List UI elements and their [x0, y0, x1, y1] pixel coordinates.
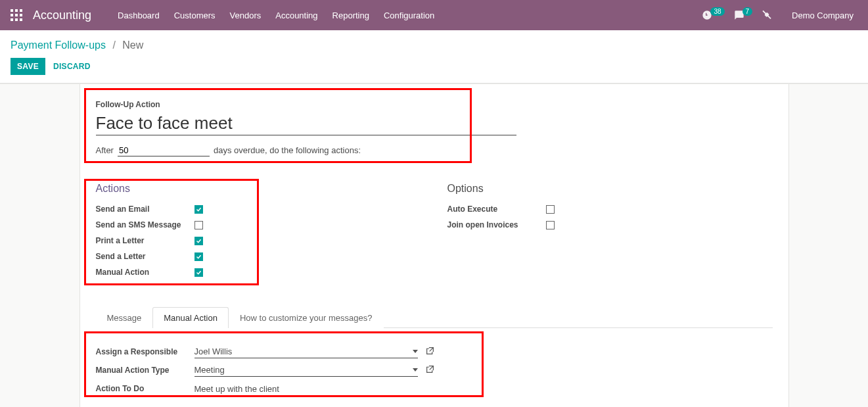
- after-suffix: days overdue, do the following actions:: [214, 145, 361, 155]
- main-menu: Dashboard Customers Vendors Accounting R…: [118, 11, 434, 20]
- menu-reporting[interactable]: Reporting: [332, 11, 369, 20]
- option-checkbox[interactable]: [546, 221, 555, 229]
- action-type-label: Manual Action Type: [96, 366, 194, 375]
- menu-configuration[interactable]: Configuration: [384, 11, 434, 20]
- action-label: Manual Action: [96, 268, 194, 277]
- discard-button[interactable]: Discard: [53, 62, 91, 71]
- tabs: Message Manual Action How to customize y…: [96, 306, 773, 328]
- activity-badge: 38: [710, 7, 724, 16]
- control-bar: Payment Follow-ups / New Save Discard: [0, 30, 868, 84]
- option-label: Auto Execute: [447, 204, 546, 214]
- breadcrumb-parent[interactable]: Payment Follow-ups: [11, 39, 106, 51]
- after-label: After: [96, 145, 114, 155]
- activity-icon[interactable]: 38: [702, 10, 724, 20]
- action-checkbox[interactable]: [194, 237, 203, 245]
- save-button[interactable]: Save: [11, 58, 45, 75]
- action-label: Print a Letter: [96, 236, 194, 245]
- action-type-input[interactable]: [194, 364, 409, 376]
- breadcrumb: Payment Follow-ups / New: [11, 39, 857, 51]
- app-brand[interactable]: Accounting: [33, 9, 91, 22]
- dropdown-caret-icon[interactable]: [413, 368, 418, 371]
- action-label: Send an SMS Message: [96, 220, 194, 229]
- todo-input[interactable]: [194, 383, 418, 395]
- action-checkbox[interactable]: [194, 221, 203, 229]
- debug-icon[interactable]: [762, 10, 772, 20]
- actions-title: Actions: [96, 183, 421, 195]
- tab-customize[interactable]: How to customize your messages?: [229, 307, 384, 328]
- menu-accounting[interactable]: Accounting: [275, 11, 317, 20]
- menu-customers[interactable]: Customers: [174, 11, 216, 20]
- form-sheet: Follow-Up Action After days overdue, do …: [80, 84, 789, 407]
- menu-dashboard[interactable]: Dashboard: [118, 11, 160, 20]
- apps-icon[interactable]: [5, 4, 28, 26]
- action-checkbox[interactable]: [194, 205, 203, 214]
- title-input[interactable]: [96, 113, 516, 133]
- title-label: Follow-Up Action: [96, 100, 773, 109]
- option-checkbox[interactable]: [546, 205, 555, 214]
- options-title: Options: [447, 183, 773, 195]
- company-selector[interactable]: Demo Company: [792, 11, 854, 20]
- messages-badge: 7: [742, 7, 753, 16]
- action-label: Send a Letter: [96, 252, 194, 261]
- todo-label: Action To Do: [96, 384, 194, 393]
- menu-vendors[interactable]: Vendors: [230, 11, 262, 20]
- action-checkbox[interactable]: [194, 268, 203, 277]
- option-label: Join open Invoices: [447, 220, 546, 229]
- responsible-input[interactable]: [194, 345, 409, 358]
- top-nav: Accounting Dashboard Customers Vendors A…: [0, 0, 868, 30]
- action-label: Send an Email: [96, 204, 194, 214]
- tab-message[interactable]: Message: [96, 307, 153, 328]
- messages-icon[interactable]: 7: [734, 10, 753, 20]
- action-checkbox[interactable]: [194, 252, 203, 261]
- delay-input[interactable]: [118, 145, 210, 156]
- tab-manual-action[interactable]: Manual Action: [152, 307, 229, 328]
- breadcrumb-current: New: [122, 39, 143, 51]
- external-link-icon[interactable]: [426, 365, 434, 375]
- dropdown-caret-icon[interactable]: [413, 350, 418, 353]
- breadcrumb-separator: /: [112, 39, 115, 51]
- external-link-icon[interactable]: [426, 347, 434, 357]
- responsible-label: Assign a Responsible: [96, 347, 194, 356]
